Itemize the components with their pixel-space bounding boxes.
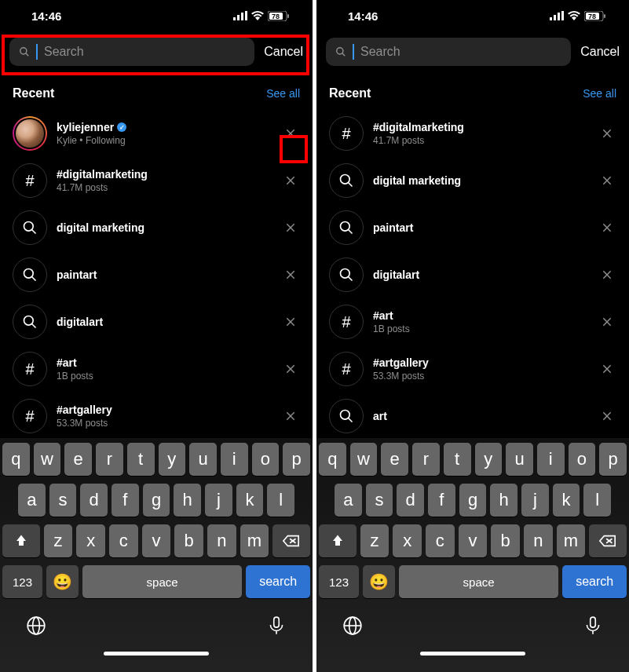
numeric-key[interactable]: 123 [2,565,42,598]
key-k[interactable]: k [236,484,264,517]
key-s[interactable]: s [366,484,393,517]
list-item[interactable]: paintart [0,251,313,298]
key-a[interactable]: a [18,484,46,517]
key-p[interactable]: p [283,443,310,476]
key-a[interactable]: a [335,484,362,517]
backspace-key[interactable] [272,524,310,557]
remove-item-button[interactable] [281,269,300,280]
key-q[interactable]: q [319,443,346,476]
key-l[interactable]: l [583,484,611,517]
backspace-key[interactable] [589,524,627,557]
key-i[interactable]: i [537,443,565,476]
key-r[interactable]: r [96,443,123,476]
key-w[interactable]: w [34,443,61,476]
emoji-key[interactable]: 😀 [46,565,79,598]
key-v[interactable]: v [142,524,171,557]
cancel-button[interactable]: Cancel [580,45,620,59]
key-h[interactable]: h [490,484,517,517]
key-g[interactable]: g [143,484,170,517]
remove-item-button[interactable] [598,411,616,422]
space-key[interactable]: space [399,565,559,598]
see-all-link[interactable]: See all [266,87,300,100]
globe-icon[interactable] [26,615,46,639]
key-f[interactable]: f [112,484,139,517]
key-q[interactable]: q [2,443,30,476]
key-r[interactable]: r [412,443,440,476]
remove-item-button[interactable] [598,128,616,139]
key-d[interactable]: d [397,484,424,517]
list-item[interactable]: ##digitalmarketing41.7M posts [0,157,313,204]
key-w[interactable]: w [350,443,378,476]
space-key[interactable]: space [82,565,243,598]
key-e[interactable]: e [381,443,408,476]
numeric-key[interactable]: 123 [319,565,359,598]
key-o[interactable]: o [252,443,280,476]
search-key[interactable]: search [562,565,627,598]
list-item[interactable]: digitalart [0,298,313,345]
key-n[interactable]: n [207,524,236,557]
key-p[interactable]: p [599,443,627,476]
key-e[interactable]: e [64,443,92,476]
key-x[interactable]: x [393,524,422,557]
key-m[interactable]: m [557,524,586,557]
key-b[interactable]: b [174,524,203,557]
key-l[interactable]: l [267,484,294,517]
key-v[interactable]: v [459,524,488,557]
remove-item-button[interactable] [281,222,300,233]
mic-icon[interactable] [583,615,603,639]
key-k[interactable]: k [553,484,580,517]
search-key[interactable]: search [246,565,310,598]
key-n[interactable]: n [524,524,553,557]
key-j[interactable]: j [205,484,232,517]
key-b[interactable]: b [491,524,520,557]
shift-key[interactable] [2,524,40,557]
list-item[interactable]: art [316,393,629,438]
remove-item-button[interactable] [598,269,616,280]
remove-item-button[interactable] [598,363,616,374]
see-all-link[interactable]: See all [583,87,616,100]
list-item[interactable]: ##artgallery53.3M posts [316,345,629,393]
list-item[interactable]: ##art1B posts [0,345,313,393]
list-item[interactable]: digitalart [316,251,629,298]
remove-item-button[interactable] [281,411,300,422]
key-u[interactable]: u [189,443,217,476]
home-indicator[interactable] [420,652,525,656]
key-c[interactable]: c [426,524,455,557]
key-g[interactable]: g [459,484,487,517]
remove-item-button[interactable] [281,363,300,374]
list-item[interactable]: ##art1B posts [316,298,629,345]
search-input-wrap[interactable] [326,38,571,66]
list-item[interactable]: kyliejenner✓Kylie • Following [0,110,313,157]
key-y[interactable]: y [159,443,186,476]
emoji-key[interactable]: 😀 [363,565,395,598]
key-x[interactable]: x [76,524,105,557]
key-y[interactable]: y [475,443,503,476]
key-o[interactable]: o [569,443,596,476]
key-i[interactable]: i [221,443,248,476]
key-j[interactable]: j [521,484,549,517]
key-s[interactable]: s [49,484,77,517]
key-m[interactable]: m [240,524,269,557]
remove-item-button[interactable] [598,316,616,327]
shift-key[interactable] [319,524,357,557]
key-d[interactable]: d [80,484,108,517]
list-item[interactable]: ##artgallery53.3M posts [0,393,313,438]
list-item[interactable]: paintart [316,204,629,251]
remove-item-button[interactable] [598,175,616,186]
key-z[interactable]: z [360,524,389,557]
mic-icon[interactable] [266,615,287,639]
key-f[interactable]: f [428,484,455,517]
remove-item-button[interactable] [598,222,616,233]
home-indicator[interactable] [104,652,209,656]
key-u[interactable]: u [506,443,533,476]
remove-item-button[interactable] [281,175,300,186]
key-t[interactable]: t [127,443,155,476]
remove-item-button[interactable] [281,316,300,327]
globe-icon[interactable] [342,615,363,639]
list-item[interactable]: ##digitalmarketing41.7M posts [316,110,629,157]
key-c[interactable]: c [109,524,138,557]
key-z[interactable]: z [44,524,73,557]
list-item[interactable]: digital marketing [316,157,629,204]
key-h[interactable]: h [174,484,201,517]
list-item[interactable]: digital marketing [0,204,313,251]
